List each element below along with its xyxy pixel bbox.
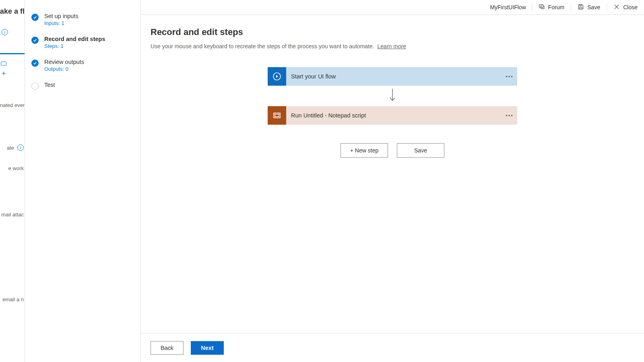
check-icon — [31, 37, 39, 44]
wizard-step-title: Record and edit steps — [44, 36, 105, 42]
play-record-icon — [268, 67, 286, 86]
sliver-fragment-5: email a n — [0, 296, 25, 302]
next-button[interactable]: Next — [191, 341, 224, 355]
wizard-step-sub: Steps: 1 — [44, 43, 105, 49]
wizard-step-sub: Outputs: 0 — [44, 66, 84, 72]
forum-icon — [539, 4, 545, 11]
script-icon — [268, 106, 286, 125]
save-icon — [578, 4, 584, 11]
page-description: Use your mouse and keyboard to recreate … — [151, 43, 634, 49]
flow-actions-row: + New step Save — [341, 143, 444, 158]
check-icon — [31, 60, 39, 67]
selected-indicator-bar — [0, 53, 25, 54]
flow-card-script[interactable]: Run Untitled - Notepad script ••• — [268, 106, 517, 125]
left-sliver-panel: ake a fl i + nated even ate i e work mai… — [0, 0, 25, 362]
sliver-fragment-1: nated even — [0, 102, 25, 108]
save-label: Save — [587, 4, 600, 10]
wizard-steps-sidebar: Set up inputs Inputs: 1 Record and edit … — [25, 0, 141, 362]
wizard-footer: Back Next — [141, 333, 644, 362]
arrow-down-icon — [388, 88, 396, 104]
circle-icon — [31, 82, 39, 90]
flow-name[interactable]: MyFirstUIFlow — [490, 4, 531, 10]
svg-rect-5 — [275, 114, 279, 117]
more-icon[interactable]: ••• — [502, 74, 517, 80]
new-step-button[interactable]: + New step — [341, 143, 388, 158]
sliver-fragment-2: ate — [7, 145, 15, 151]
forum-label: Forum — [548, 4, 564, 10]
svg-rect-1 — [580, 7, 582, 9]
wizard-step-sub: Inputs: 1 — [44, 20, 78, 26]
wizard-step-title: Test — [44, 82, 55, 88]
svg-rect-2 — [580, 4, 582, 6]
sliver-title-fragment: ake a fl — [0, 7, 25, 16]
flow-designer: Start your UI flow ••• Run Untitled - No… — [151, 67, 634, 158]
save-button[interactable]: Save — [571, 0, 607, 14]
info-icon: i — [17, 144, 24, 151]
wizard-step-record[interactable]: Record and edit steps Steps: 1 — [30, 33, 136, 56]
main-panel: MyFirstUIFlow Forum Save — [141, 0, 644, 362]
wizard-step-outputs[interactable]: Review outputs Outputs: 0 — [30, 56, 136, 79]
content-area: Record and edit steps Use your mouse and… — [141, 15, 644, 333]
page-description-text: Use your mouse and keyboard to recreate … — [151, 43, 374, 49]
sliver-fragment-3: e work — [0, 165, 25, 171]
info-icon: i — [2, 29, 8, 35]
more-icon[interactable]: ••• — [502, 113, 517, 119]
close-label: Close — [623, 4, 638, 10]
wizard-step-title: Review outputs — [44, 59, 84, 65]
top-bar: MyFirstUIFlow Forum Save — [141, 0, 644, 14]
flow-save-button[interactable]: Save — [397, 143, 444, 158]
learn-more-link[interactable]: Learn more — [378, 43, 407, 49]
panel-icon — [1, 62, 6, 66]
close-icon — [613, 4, 620, 11]
page-title: Record and edit steps — [151, 27, 634, 37]
add-icon[interactable]: + — [2, 70, 25, 78]
wizard-step-inputs[interactable]: Set up inputs Inputs: 1 — [30, 10, 136, 33]
forum-button[interactable]: Forum — [532, 0, 571, 14]
wizard-step-title: Set up inputs — [44, 13, 78, 19]
check-icon — [31, 14, 39, 21]
flow-card-start[interactable]: Start your UI flow ••• — [268, 67, 517, 86]
sliver-fragment-4: mail attac — [0, 212, 25, 218]
flow-card-label: Run Untitled - Notepad script — [286, 112, 502, 119]
close-button[interactable]: Close — [607, 0, 644, 14]
flow-card-label: Start your UI flow — [286, 73, 502, 80]
wizard-step-test[interactable]: Test — [30, 79, 136, 97]
back-button[interactable]: Back — [151, 341, 184, 355]
